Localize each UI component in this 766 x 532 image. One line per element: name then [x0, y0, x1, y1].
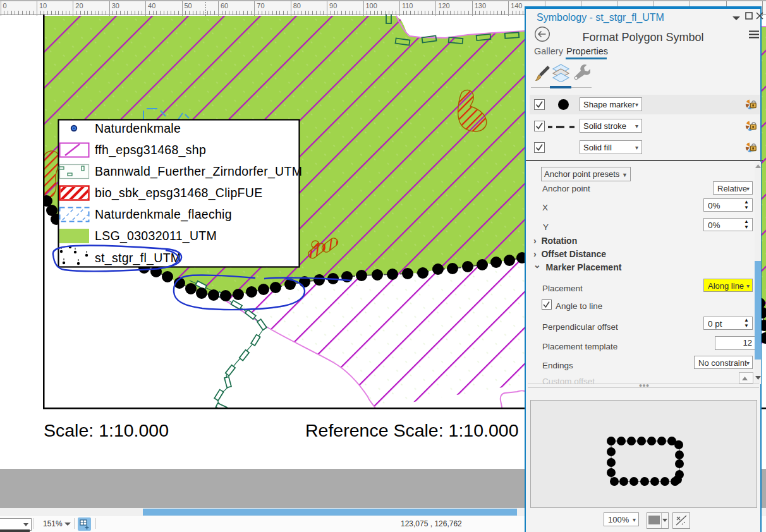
svg-text:Naturdenkmale: Naturdenkmale: [95, 121, 181, 135]
svg-text:Bannwald_Fuerther_Zirndorfer_U: Bannwald_Fuerther_Zirndorfer_UTM: [95, 164, 302, 179]
svg-text:Scale: 1:10.000: Scale: 1:10.000: [44, 420, 169, 440]
svg-text:Reference Scale: 1:10.000: Reference Scale: 1:10.000: [305, 420, 518, 440]
svg-text:Naturdenkmale_flaechig: Naturdenkmale_flaechig: [95, 207, 232, 222]
svg-text:bio_sbk_epsg31468_ClipFUE: bio_sbk_epsg31468_ClipFUE: [95, 186, 263, 200]
svg-text:ffh_epsg31468_shp: ffh_epsg31468_shp: [95, 143, 206, 157]
svg-text:LSG_03032011_UTM: LSG_03032011_UTM: [95, 229, 217, 243]
svg-text:st_stgr_fl_UTM: st_stgr_fl_UTM: [95, 251, 181, 265]
